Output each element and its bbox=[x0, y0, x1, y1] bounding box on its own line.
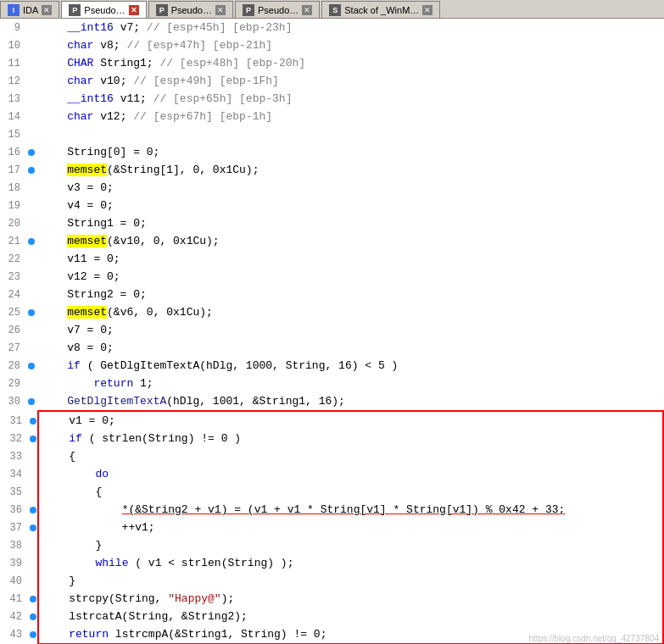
line-num-21: 21 bbox=[0, 236, 25, 247]
tab-ida[interactable]: I IDA ✕ bbox=[0, 1, 59, 18]
code-line-9: 9 __int16 v7; // [esp+45h] [ebp-23h] bbox=[0, 19, 664, 36]
line-num-12: 12 bbox=[0, 75, 25, 87]
line-num-41: 41 bbox=[2, 593, 27, 605]
code-line-28: 28 if ( GetDlgItemTextA(hDlg, 1000, Stri… bbox=[0, 357, 664, 375]
dot-17 bbox=[25, 167, 37, 174]
line-num-33: 33 bbox=[2, 451, 27, 463]
code-content-19: v4 = 0; bbox=[37, 199, 664, 212]
tab-pseudo2-label: Pseudo… bbox=[171, 5, 212, 15]
tab-stack-label: Stack of _WinM… bbox=[344, 5, 419, 15]
code-line-29: 29 return 1; bbox=[0, 375, 664, 392]
code-line-18: 18 v3 = 0; bbox=[0, 179, 664, 197]
line-num-10: 10 bbox=[0, 40, 25, 52]
code-content-14: char v12; // [esp+67h] [ebp-1h] bbox=[37, 110, 664, 123]
code-content-42: lstrcatA(String, &String2); bbox=[39, 610, 662, 623]
tab-pseudo3-icon: P bbox=[243, 4, 254, 16]
tab-pseudo2-close[interactable]: ✕ bbox=[215, 5, 226, 15]
code-line-14: 14 char v12; // [esp+67h] [ebp-1h] bbox=[0, 108, 664, 125]
code-content-21: memset(&v10, 0, 0x1Cu); bbox=[37, 235, 664, 247]
code-line-21: 21 memset(&v10, 0, 0x1Cu); bbox=[0, 232, 664, 250]
dot-21 bbox=[25, 238, 37, 245]
tab-pseudo1-icon: P bbox=[69, 4, 81, 16]
code-content-27: v8 = 0; bbox=[37, 341, 664, 354]
line-num-39: 39 bbox=[2, 558, 27, 569]
code-content-36: *(&String2 + v1) = (v1 + v1 * String[v1]… bbox=[39, 503, 662, 516]
code-line-13: 13 __int16 v11; // [esp+65h] [ebp-3h] bbox=[0, 90, 664, 108]
line-num-29: 29 bbox=[0, 378, 25, 390]
code-area: 9 __int16 v7; // [esp+45h] [ebp-23h] 10 … bbox=[0, 19, 664, 644]
code-line-33: 33 { bbox=[2, 447, 662, 465]
tab-stack-icon: S bbox=[329, 4, 341, 16]
tab-pseudo2-icon: P bbox=[156, 4, 168, 16]
tab-pseudo2[interactable]: P Pseudo… ✕ bbox=[148, 1, 233, 18]
dot-36 bbox=[27, 507, 39, 514]
code-content-11: CHAR String1; // [esp+48h] [ebp-20h] bbox=[37, 57, 664, 69]
code-line-20: 20 String1 = 0; bbox=[0, 214, 664, 232]
code-content-24: String2 = 0; bbox=[37, 288, 664, 301]
line-num-28: 28 bbox=[0, 360, 25, 372]
code-line-22: 22 v11 = 0; bbox=[0, 250, 664, 268]
code-line-43: 43 return lstrcmpA(&String1, String) != … bbox=[2, 625, 662, 643]
code-content-12: char v10; // [esp+49h] [ebp-1Fh] bbox=[37, 75, 664, 87]
watermark: https://blog.csdn.net/qq_42737804 bbox=[529, 634, 659, 643]
code-line-39: 39 while ( v1 < strlen(String) ); bbox=[2, 554, 662, 572]
line-num-40: 40 bbox=[2, 575, 27, 587]
code-content-33: { bbox=[39, 450, 662, 463]
tab-bar: I IDA ✕ P Pseudo… ✕ P Pseudo… ✕ P Pseudo… bbox=[0, 0, 664, 19]
line-num-24: 24 bbox=[0, 289, 25, 301]
code-line-25: 25 memset(&v6, 0, 0x1Cu); bbox=[0, 303, 664, 321]
line-num-38: 38 bbox=[2, 540, 27, 552]
code-line-26: 26 v7 = 0; bbox=[0, 321, 664, 339]
tab-ida-label: IDA bbox=[23, 5, 38, 15]
line-num-20: 20 bbox=[0, 218, 25, 230]
code-content-35: { bbox=[39, 486, 662, 498]
line-num-13: 13 bbox=[0, 93, 25, 105]
code-line-11: 11 CHAR String1; // [esp+48h] [ebp-20h] bbox=[0, 54, 664, 72]
code-content-25: memset(&v6, 0, 0x1Cu); bbox=[37, 306, 664, 319]
line-num-14: 14 bbox=[0, 111, 25, 123]
code-content-23: v12 = 0; bbox=[37, 270, 664, 283]
code-line-40: 40 } bbox=[2, 572, 662, 590]
code-content-37: ++v1; bbox=[39, 521, 662, 534]
code-line-32: 32 if ( strlen(String) != 0 ) bbox=[2, 430, 662, 447]
dot-30 bbox=[25, 398, 37, 405]
line-num-43: 43 bbox=[2, 629, 27, 641]
code-line-30: 30 GetDlgItemTextA(hDlg, 1001, &String1,… bbox=[0, 392, 664, 410]
tab-pseudo1[interactable]: P Pseudo… ✕ bbox=[61, 1, 146, 18]
code-line-17: 17 memset(&String[1], 0, 0x1Cu); bbox=[0, 161, 664, 179]
code-line-35: 35 { bbox=[2, 483, 662, 501]
code-content-38: } bbox=[39, 539, 662, 552]
dot-25 bbox=[25, 309, 37, 316]
code-content-29: return 1; bbox=[37, 377, 664, 390]
line-num-18: 18 bbox=[0, 182, 25, 194]
code-content-34: do bbox=[39, 468, 662, 480]
code-content-18: v3 = 0; bbox=[37, 181, 664, 194]
code-line-41: 41 strcpy(String, "Happy@"); bbox=[2, 590, 662, 608]
line-num-11: 11 bbox=[0, 58, 25, 69]
code-line-34: 34 do bbox=[2, 465, 662, 483]
line-num-15: 15 bbox=[0, 129, 25, 141]
tab-pseudo3-close[interactable]: ✕ bbox=[302, 5, 312, 15]
code-content-41: strcpy(String, "Happy@"); bbox=[39, 592, 662, 605]
dot-42 bbox=[27, 613, 39, 620]
tab-pseudo3-label: Pseudo… bbox=[258, 5, 299, 15]
code-line-16: 16 String[0] = 0; bbox=[0, 143, 664, 161]
tab-ida-close[interactable]: ✕ bbox=[42, 5, 52, 15]
line-num-30: 30 bbox=[0, 396, 25, 408]
tab-pseudo3[interactable]: P Pseudo… ✕ bbox=[235, 1, 320, 18]
code-line-42: 42 lstrcatA(String, &String2); bbox=[2, 608, 662, 625]
dot-37 bbox=[27, 525, 39, 531]
line-num-25: 25 bbox=[0, 307, 25, 319]
code-wrapper: 9 __int16 v7; // [esp+45h] [ebp-23h] 10 … bbox=[0, 19, 664, 644]
line-num-23: 23 bbox=[0, 271, 25, 283]
tab-stack[interactable]: S Stack of _WinM… ✕ bbox=[321, 1, 440, 18]
tab-stack-close[interactable]: ✕ bbox=[422, 5, 432, 15]
line-num-17: 17 bbox=[0, 164, 25, 176]
line-num-35: 35 bbox=[2, 486, 27, 498]
tab-pseudo1-close[interactable]: ✕ bbox=[129, 5, 139, 15]
line-num-27: 27 bbox=[0, 342, 25, 354]
line-num-19: 19 bbox=[0, 200, 25, 212]
code-line-38: 38 } bbox=[2, 536, 662, 554]
code-content-16: String[0] = 0; bbox=[37, 146, 664, 158]
dot-31 bbox=[27, 418, 39, 425]
